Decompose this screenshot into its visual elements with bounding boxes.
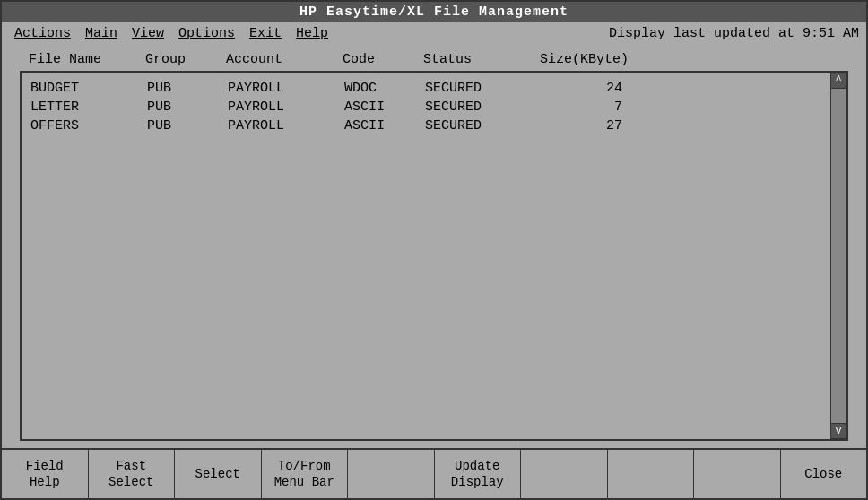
menu-options[interactable]: Options: [173, 26, 240, 41]
main-window: HP Easytime/XL File Management Actions M…: [0, 0, 868, 500]
cell-code: WDOC: [344, 81, 425, 96]
scrollbar-up-button[interactable]: ^: [830, 73, 846, 89]
function-key-5: [348, 450, 435, 498]
cell-size: 7: [542, 99, 649, 115]
scrollbar-track: [830, 89, 846, 423]
cell-account: PAYROLL: [228, 118, 344, 134]
menu-main[interactable]: Main: [80, 26, 123, 41]
fkey-label-bottom: Select: [108, 474, 153, 490]
cell-size: 24: [542, 81, 649, 96]
menu-exit[interactable]: Exit: [244, 26, 287, 41]
menu-bar: Actions Main View Options Exit Help Disp…: [2, 22, 866, 45]
cell-name: OFFERS: [30, 118, 147, 134]
cell-name: LETTER: [30, 99, 147, 115]
cell-group: PUB: [147, 81, 228, 96]
table-row[interactable]: OFFERS PUB PAYROLL ASCII SECURED 27: [30, 117, 838, 134]
cell-group: PUB: [147, 118, 228, 134]
window-title: HP Easytime/XL File Management: [299, 4, 569, 20]
file-list-container: BUDGET PUB PAYROLL WDOC SECURED 24 LETTE…: [20, 71, 848, 441]
cell-code: ASCII: [344, 118, 425, 134]
fkey-label-bottom: Menu Bar: [274, 474, 334, 490]
content-area: File Name Group Account Code Status Size…: [2, 45, 866, 448]
col-filename: File Name: [29, 52, 145, 67]
fkey-label-top: Close: [804, 466, 842, 482]
col-size: Size(KByte): [540, 52, 647, 67]
menu-view[interactable]: View: [126, 26, 169, 41]
col-account: Account: [226, 52, 343, 67]
scrollbar-down-button[interactable]: v: [830, 423, 846, 439]
menu-actions[interactable]: Actions: [9, 26, 76, 41]
function-key-4[interactable]: To/FromMenu Bar: [262, 450, 349, 498]
function-key-2[interactable]: FastSelect: [89, 450, 176, 498]
cell-account: PAYROLL: [228, 81, 344, 96]
cell-name: BUDGET: [30, 81, 147, 96]
menu-items: Actions Main View Options Exit Help: [9, 26, 334, 41]
file-list: BUDGET PUB PAYROLL WDOC SECURED 24 LETTE…: [22, 73, 846, 142]
function-key-7: [521, 450, 608, 498]
col-status: Status: [423, 52, 540, 67]
cell-status: SECURED: [425, 99, 542, 115]
cell-status: SECURED: [425, 81, 542, 96]
function-key-3[interactable]: Select: [175, 450, 262, 498]
function-key-6[interactable]: UpdateDisplay: [435, 450, 522, 498]
fkey-label-top: Fast: [116, 458, 146, 474]
function-key-10[interactable]: Close: [781, 450, 867, 498]
function-key-8: [608, 450, 695, 498]
fkey-label-bottom: Display: [451, 474, 504, 490]
function-bar: FieldHelpFastSelectSelectTo/FromMenu Bar…: [2, 448, 866, 498]
title-bar: HP Easytime/XL File Management: [2, 2, 866, 22]
fkey-label-top: Field: [26, 458, 64, 474]
cell-status: SECURED: [425, 118, 542, 134]
function-key-1[interactable]: FieldHelp: [2, 450, 89, 498]
table-row[interactable]: BUDGET PUB PAYROLL WDOC SECURED 24: [30, 80, 838, 97]
cell-account: PAYROLL: [228, 99, 344, 115]
col-group: Group: [145, 52, 226, 67]
function-key-9: [694, 450, 781, 498]
fkey-label-top: To/From: [278, 458, 331, 474]
menu-help[interactable]: Help: [291, 26, 334, 41]
col-code: Code: [343, 52, 423, 67]
table-row[interactable]: LETTER PUB PAYROLL ASCII SECURED 7: [30, 99, 838, 116]
timestamp: Display last updated at 9:51 AM: [609, 26, 859, 41]
cell-group: PUB: [147, 99, 228, 115]
fkey-label-top: Select: [195, 466, 240, 482]
fkey-label-bottom: Help: [30, 474, 60, 490]
cell-code: ASCII: [344, 99, 425, 115]
column-headers: File Name Group Account Code Status Size…: [20, 45, 848, 71]
cell-size: 27: [542, 118, 649, 134]
fkey-label-top: Update: [455, 458, 499, 474]
